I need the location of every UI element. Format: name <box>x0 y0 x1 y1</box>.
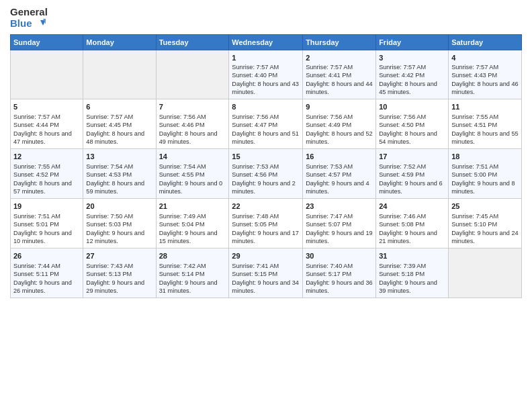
calendar-cell: 25Sunrise: 7:45 AM Sunset: 5:10 PM Dayli… <box>449 199 522 248</box>
day-number: 28 <box>159 251 226 261</box>
day-info: Sunrise: 7:41 AM Sunset: 5:15 PM Dayligh… <box>232 262 300 295</box>
day-number: 4 <box>451 53 519 62</box>
day-header-tuesday: Tuesday <box>156 34 229 50</box>
day-info: Sunrise: 7:57 AM Sunset: 4:42 PM Dayligh… <box>379 63 445 97</box>
day-info: Sunrise: 7:44 AM Sunset: 5:11 PM Dayligh… <box>13 262 80 295</box>
day-info: Sunrise: 7:57 AM Sunset: 4:44 PM Dayligh… <box>13 113 80 146</box>
day-info: Sunrise: 7:56 AM Sunset: 4:49 PM Dayligh… <box>306 113 373 146</box>
day-number: 2 <box>306 53 373 62</box>
calendar-cell: 15Sunrise: 7:53 AM Sunset: 4:56 PM Dayli… <box>229 149 303 199</box>
day-info: Sunrise: 7:53 AM Sunset: 4:56 PM Dayligh… <box>232 163 300 196</box>
day-info: Sunrise: 7:57 AM Sunset: 4:45 PM Dayligh… <box>86 113 152 146</box>
day-number: 25 <box>451 201 519 211</box>
day-info: Sunrise: 7:48 AM Sunset: 5:05 PM Dayligh… <box>232 212 300 246</box>
day-number: 1 <box>232 53 300 62</box>
calendar-cell: 20Sunrise: 7:50 AM Sunset: 5:03 PM Dayli… <box>83 199 156 248</box>
header: General Blue <box>10 7 522 30</box>
calendar-cell: 1Sunrise: 7:57 AM Sunset: 4:40 PM Daylig… <box>229 50 303 99</box>
day-header-saturday: Saturday <box>449 34 522 50</box>
day-number: 13 <box>86 152 152 161</box>
calendar-cell: 3Sunrise: 7:57 AM Sunset: 4:42 PM Daylig… <box>376 50 449 99</box>
day-number: 20 <box>86 201 152 211</box>
day-number: 22 <box>232 201 300 211</box>
logo-blue: Blue <box>10 18 48 30</box>
day-number: 8 <box>232 102 300 111</box>
day-number: 10 <box>379 102 445 111</box>
day-number: 11 <box>451 102 519 111</box>
day-number: 16 <box>306 152 373 161</box>
day-info: Sunrise: 7:57 AM Sunset: 4:40 PM Dayligh… <box>232 63 300 97</box>
day-info: Sunrise: 7:55 AM Sunset: 4:52 PM Dayligh… <box>13 163 80 196</box>
day-number: 21 <box>159 201 226 211</box>
calendar-cell: 18Sunrise: 7:51 AM Sunset: 5:00 PM Dayli… <box>449 149 522 199</box>
day-info: Sunrise: 7:56 AM Sunset: 4:50 PM Dayligh… <box>379 113 445 146</box>
day-info: Sunrise: 7:50 AM Sunset: 5:03 PM Dayligh… <box>86 212 152 246</box>
calendar-cell: 13Sunrise: 7:54 AM Sunset: 4:53 PM Dayli… <box>83 149 156 199</box>
calendar-cell: 26Sunrise: 7:44 AM Sunset: 5:11 PM Dayli… <box>11 248 83 298</box>
calendar-cell: 5Sunrise: 7:57 AM Sunset: 4:44 PM Daylig… <box>11 99 83 149</box>
day-info: Sunrise: 7:56 AM Sunset: 4:47 PM Dayligh… <box>232 113 300 146</box>
calendar-cell: 6Sunrise: 7:57 AM Sunset: 4:45 PM Daylig… <box>83 99 156 149</box>
header-row: SundayMondayTuesdayWednesdayThursdayFrid… <box>11 34 522 50</box>
day-number: 7 <box>159 102 226 111</box>
calendar-cell: 2Sunrise: 7:57 AM Sunset: 4:41 PM Daylig… <box>303 50 376 99</box>
logo: General Blue <box>10 7 48 30</box>
day-info: Sunrise: 7:43 AM Sunset: 5:13 PM Dayligh… <box>86 262 152 295</box>
calendar-cell: 21Sunrise: 7:49 AM Sunset: 5:04 PM Dayli… <box>156 199 229 248</box>
calendar-cell: 11Sunrise: 7:55 AM Sunset: 4:51 PM Dayli… <box>449 99 522 149</box>
day-number: 27 <box>86 251 152 261</box>
calendar-cell: 30Sunrise: 7:40 AM Sunset: 5:17 PM Dayli… <box>303 248 376 298</box>
calendar-cell: 22Sunrise: 7:48 AM Sunset: 5:05 PM Dayli… <box>229 199 303 248</box>
day-info: Sunrise: 7:47 AM Sunset: 5:07 PM Dayligh… <box>306 212 373 246</box>
day-info: Sunrise: 7:54 AM Sunset: 4:53 PM Dayligh… <box>86 163 152 196</box>
calendar-cell: 17Sunrise: 7:52 AM Sunset: 4:59 PM Dayli… <box>376 149 449 199</box>
day-number: 23 <box>306 201 373 211</box>
day-number: 15 <box>232 152 300 161</box>
day-number: 24 <box>379 201 445 211</box>
calendar-cell: 27Sunrise: 7:43 AM Sunset: 5:13 PM Dayli… <box>83 248 156 298</box>
day-info: Sunrise: 7:45 AM Sunset: 5:10 PM Dayligh… <box>451 212 519 246</box>
calendar-cell: 12Sunrise: 7:55 AM Sunset: 4:52 PM Dayli… <box>11 149 83 199</box>
calendar-cell: 31Sunrise: 7:39 AM Sunset: 5:18 PM Dayli… <box>376 248 449 298</box>
day-number: 3 <box>379 53 445 62</box>
day-info: Sunrise: 7:53 AM Sunset: 4:57 PM Dayligh… <box>306 163 373 196</box>
day-info: Sunrise: 7:55 AM Sunset: 4:51 PM Dayligh… <box>451 113 519 146</box>
logo-bird-icon <box>34 18 46 30</box>
day-info: Sunrise: 7:39 AM Sunset: 5:18 PM Dayligh… <box>379 262 445 295</box>
calendar-cell: 4Sunrise: 7:57 AM Sunset: 4:43 PM Daylig… <box>449 50 522 99</box>
day-number: 26 <box>13 251 80 261</box>
day-header-wednesday: Wednesday <box>229 34 303 50</box>
day-info: Sunrise: 7:54 AM Sunset: 4:55 PM Dayligh… <box>159 163 226 196</box>
calendar-cell <box>449 248 522 298</box>
day-info: Sunrise: 7:51 AM Sunset: 5:01 PM Dayligh… <box>13 212 80 246</box>
calendar-cell: 7Sunrise: 7:56 AM Sunset: 4:46 PM Daylig… <box>156 99 229 149</box>
day-number: 29 <box>232 251 300 261</box>
day-info: Sunrise: 7:56 AM Sunset: 4:46 PM Dayligh… <box>159 113 226 146</box>
day-info: Sunrise: 7:49 AM Sunset: 5:04 PM Dayligh… <box>159 212 226 246</box>
calendar-table: SundayMondayTuesdayWednesdayThursdayFrid… <box>10 34 522 299</box>
calendar-cell <box>156 50 229 99</box>
calendar-cell: 14Sunrise: 7:54 AM Sunset: 4:55 PM Dayli… <box>156 149 229 199</box>
week-row-2: 5Sunrise: 7:57 AM Sunset: 4:44 PM Daylig… <box>11 99 522 149</box>
day-number: 31 <box>379 251 445 261</box>
day-number: 14 <box>159 152 226 161</box>
day-header-thursday: Thursday <box>303 34 376 50</box>
day-header-friday: Friday <box>376 34 449 50</box>
day-number: 19 <box>13 201 80 211</box>
day-info: Sunrise: 7:51 AM Sunset: 5:00 PM Dayligh… <box>451 163 519 196</box>
day-info: Sunrise: 7:46 AM Sunset: 5:08 PM Dayligh… <box>379 212 445 246</box>
calendar-cell: 23Sunrise: 7:47 AM Sunset: 5:07 PM Dayli… <box>303 199 376 248</box>
calendar-cell: 24Sunrise: 7:46 AM Sunset: 5:08 PM Dayli… <box>376 199 449 248</box>
day-info: Sunrise: 7:52 AM Sunset: 4:59 PM Dayligh… <box>379 163 445 196</box>
page: General Blue SundayMondayTuesdayWednesda… <box>0 0 532 305</box>
day-info: Sunrise: 7:40 AM Sunset: 5:17 PM Dayligh… <box>306 262 373 295</box>
calendar-cell: 8Sunrise: 7:56 AM Sunset: 4:47 PM Daylig… <box>229 99 303 149</box>
week-row-5: 26Sunrise: 7:44 AM Sunset: 5:11 PM Dayli… <box>11 248 522 298</box>
day-number: 5 <box>13 102 80 111</box>
calendar-cell: 16Sunrise: 7:53 AM Sunset: 4:57 PM Dayli… <box>303 149 376 199</box>
day-header-monday: Monday <box>83 34 156 50</box>
day-number: 18 <box>451 152 519 161</box>
week-row-1: 1Sunrise: 7:57 AM Sunset: 4:40 PM Daylig… <box>11 50 522 99</box>
calendar-cell <box>83 50 156 99</box>
day-header-sunday: Sunday <box>11 34 83 50</box>
